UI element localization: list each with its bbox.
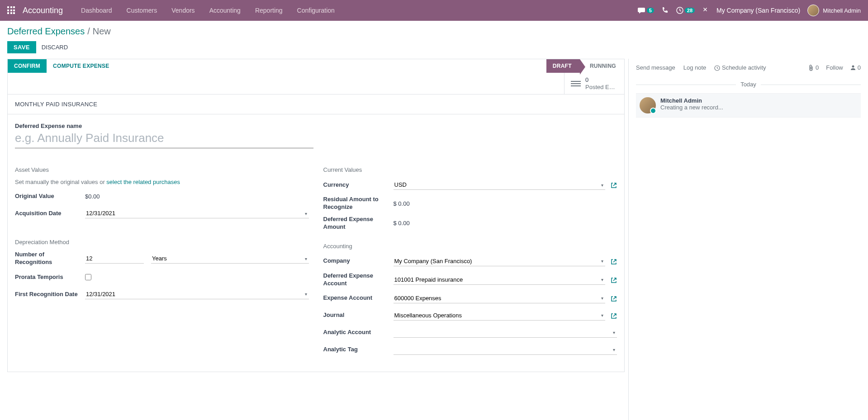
- log-note-tab[interactable]: Log note: [683, 64, 707, 71]
- message-text: Creating a new record...: [660, 104, 857, 111]
- message-author: Mitchell Admin: [660, 97, 857, 104]
- schedule-activity-tab[interactable]: Schedule activity: [714, 64, 766, 71]
- user-name: Mitchell Admin: [823, 7, 861, 14]
- analytic-tag-input[interactable]: [394, 345, 617, 355]
- nav-configuration[interactable]: Configuration: [290, 7, 342, 14]
- message-item: Mitchell Admin Creating a new record...: [636, 93, 861, 118]
- external-link-icon[interactable]: [611, 311, 617, 319]
- journal-input[interactable]: [394, 311, 606, 321]
- top-navbar: Accounting Dashboard Customers Vendors A…: [0, 0, 868, 21]
- followers-button[interactable]: 0: [850, 64, 861, 71]
- currency-label: Currency: [323, 181, 394, 189]
- activities-icon[interactable]: 28: [676, 6, 695, 14]
- chatter: Send message Log note Schedule activity …: [628, 59, 868, 420]
- section-accounting: Accounting: [323, 243, 617, 250]
- external-link-icon[interactable]: [611, 258, 617, 265]
- currency-input[interactable]: [394, 180, 606, 190]
- nav-reporting[interactable]: Reporting: [248, 7, 290, 14]
- original-value: $0.00: [85, 192, 100, 201]
- section-current-values: Current Values: [323, 166, 617, 173]
- prorata-checkbox[interactable]: [85, 274, 91, 280]
- attachments-button[interactable]: 0: [808, 64, 819, 71]
- compute-expense-button[interactable]: COMPUTE EXPENSE: [47, 59, 116, 73]
- analytic-tag-label: Analytic Tag: [323, 346, 394, 354]
- confirm-button[interactable]: CONFIRM: [8, 59, 47, 73]
- journal-label: Journal: [323, 311, 394, 319]
- breadcrumb-parent[interactable]: Deferred Expenses: [7, 26, 85, 37]
- save-button[interactable]: SAVE: [7, 41, 36, 53]
- status-bar: CONFIRM COMPUTE EXPENSE DRAFT RUNNING: [7, 59, 625, 73]
- company-label: Company: [323, 257, 394, 265]
- residual-value: $ 0.00: [394, 199, 410, 208]
- num-recognitions-label: Number of Recognitions: [15, 251, 85, 266]
- model-title: MONTHLY PAID INSURANCE: [8, 94, 624, 114]
- external-link-icon[interactable]: [611, 276, 617, 283]
- expense-account-label: Expense Account: [323, 294, 394, 302]
- posted-label: Posted Ent...: [585, 84, 618, 91]
- apps-icon[interactable]: [7, 6, 15, 14]
- analytic-account-label: Analytic Account: [323, 329, 394, 336]
- name-input[interactable]: [15, 130, 313, 148]
- nav-dashboard[interactable]: Dashboard: [74, 7, 119, 14]
- nav-customers[interactable]: Customers: [119, 7, 165, 14]
- expense-account-input[interactable]: [394, 293, 606, 303]
- send-message-tab[interactable]: Send message: [636, 64, 675, 71]
- company-input[interactable]: [394, 256, 606, 266]
- discard-button[interactable]: DISCARD: [42, 44, 68, 51]
- nav-vendors[interactable]: Vendors: [164, 7, 202, 14]
- posted-count: 0: [585, 76, 618, 84]
- name-label: Deferred Expense name: [15, 123, 617, 129]
- residual-label: Residual Amount to Recognize: [323, 196, 394, 211]
- external-link-icon[interactable]: [611, 294, 617, 302]
- first-recognition-date-input[interactable]: [85, 289, 309, 299]
- section-asset-values: Asset Values: [15, 166, 309, 173]
- nav-accounting[interactable]: Accounting: [202, 7, 248, 14]
- section-depreciation: Depreciation Method: [15, 239, 309, 245]
- list-icon: [571, 81, 581, 86]
- posted-entries-button[interactable]: 0 Posted Ent...: [564, 73, 624, 94]
- num-recognitions-input[interactable]: [85, 254, 144, 264]
- original-value-label: Original Value: [15, 193, 85, 200]
- breadcrumb: Deferred Expenses / New: [0, 21, 868, 38]
- phone-icon[interactable]: [661, 7, 669, 14]
- user-menu[interactable]: Mitchell Admin: [807, 5, 861, 16]
- deferred-account-input[interactable]: [394, 275, 606, 285]
- helper-text: Set manually the original values or sele…: [15, 179, 309, 185]
- acquisition-date-input[interactable]: [85, 208, 309, 218]
- action-buttons: SAVE DISCARD: [0, 38, 868, 59]
- message-avatar: [640, 97, 656, 113]
- analytic-account-input[interactable]: [394, 328, 617, 338]
- prorata-label: Prorata Temporis: [15, 274, 85, 281]
- deferred-amount-value: $ 0.00: [394, 218, 410, 228]
- deferred-amount-label: Deferred Expense Amount: [323, 216, 394, 231]
- debug-icon[interactable]: [702, 7, 709, 14]
- external-link-icon[interactable]: [611, 181, 617, 189]
- status-draft[interactable]: DRAFT: [546, 59, 580, 73]
- messages-count: 5: [647, 8, 654, 13]
- acquisition-date-label: Acquisition Date: [15, 210, 85, 217]
- status-running[interactable]: RUNNING: [580, 59, 624, 73]
- activities-count: 28: [685, 8, 695, 13]
- follow-button[interactable]: Follow: [826, 64, 843, 71]
- company-switcher[interactable]: My Company (San Francisco): [716, 7, 800, 14]
- date-separator: Today: [636, 81, 861, 88]
- first-recognition-date-label: First Recognition Date: [15, 291, 85, 298]
- avatar: [807, 5, 819, 16]
- deferred-account-label: Deferred Expense Account: [323, 272, 394, 288]
- svg-point-2: [852, 66, 854, 68]
- messages-icon[interactable]: 5: [638, 7, 654, 14]
- period-select[interactable]: [151, 254, 309, 264]
- select-purchases-link[interactable]: select the related purchases: [106, 179, 180, 185]
- app-title[interactable]: Accounting: [23, 6, 63, 15]
- breadcrumb-sep: /: [87, 26, 90, 37]
- breadcrumb-current: New: [93, 26, 111, 37]
